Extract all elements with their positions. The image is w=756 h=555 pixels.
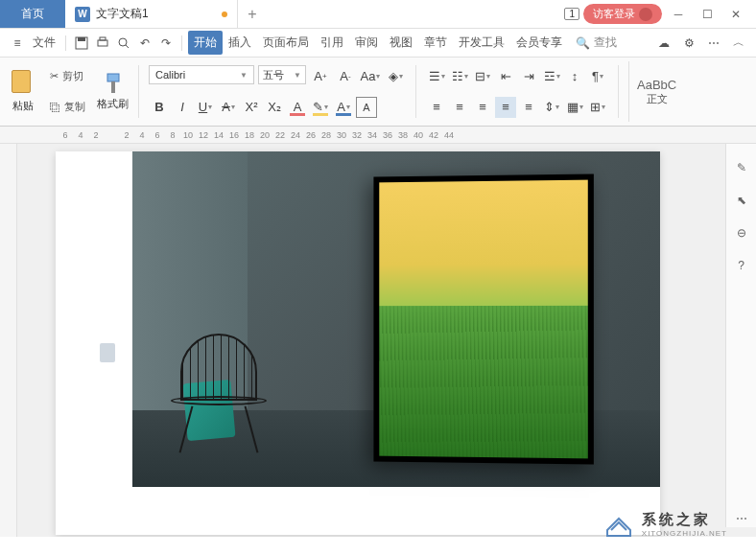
minimize-button[interactable]: ─ xyxy=(666,5,691,24)
tab-references[interactable]: 引用 xyxy=(315,31,349,55)
new-tab-button[interactable]: + xyxy=(238,0,267,28)
copy-button[interactable]: ⿻ 复制 xyxy=(46,98,89,116)
page-options-icon[interactable] xyxy=(100,343,115,362)
clear-format-button[interactable]: ◈▾ xyxy=(385,65,406,86)
clipboard-icon xyxy=(12,70,35,97)
document-tab[interactable]: W 文字文稿1 xyxy=(65,0,238,28)
bullet-list-button[interactable]: ☰▾ xyxy=(426,65,447,86)
align-center-button[interactable]: ≡ xyxy=(449,97,470,118)
brush-icon xyxy=(104,72,123,95)
tab-insert[interactable]: 插入 xyxy=(223,31,257,55)
tab-start[interactable]: 开始 xyxy=(188,31,223,55)
menu-icon[interactable]: ≡ xyxy=(8,34,27,53)
multilevel-list-button[interactable]: ⊟▾ xyxy=(472,65,493,86)
file-menu[interactable]: 文件 xyxy=(29,31,59,55)
align-justify-button[interactable]: ≡ xyxy=(495,97,516,118)
shading-button[interactable]: ▦▾ xyxy=(564,97,585,118)
window-count-badge[interactable]: 1 xyxy=(564,8,579,20)
highlight-button[interactable]: ✎▾ xyxy=(310,97,331,118)
redo-icon[interactable]: ↷ xyxy=(156,34,176,53)
inserted-image[interactable] xyxy=(132,151,660,487)
borders-button[interactable]: ⊞▾ xyxy=(587,97,608,118)
bold-button[interactable]: B xyxy=(149,97,170,118)
strikethrough-button[interactable]: A▾ xyxy=(218,97,239,118)
character-border-button[interactable]: A xyxy=(356,97,377,118)
ruler-tick xyxy=(104,130,119,140)
increase-font-button[interactable]: A+ xyxy=(310,65,331,86)
more-tools-icon[interactable]: ⋯ xyxy=(733,510,750,527)
text-effects-button[interactable]: A xyxy=(287,97,308,118)
font-name-select[interactable]: Calibri ▼ xyxy=(149,65,254,84)
tab-member[interactable]: 会员专享 xyxy=(510,31,568,55)
superscript-button[interactable]: X² xyxy=(241,97,262,118)
decrease-font-button[interactable]: A- xyxy=(335,65,356,86)
font-size-value: 五号 xyxy=(263,68,284,82)
align-left-button[interactable]: ≡ xyxy=(426,97,447,118)
font-name-value: Calibri xyxy=(155,69,185,81)
ruler-tick: 40 xyxy=(411,130,426,140)
tab-sections[interactable]: 章节 xyxy=(418,31,453,55)
number-list-button[interactable]: ☷▾ xyxy=(449,65,470,86)
ruler-tick: 34 xyxy=(365,130,380,140)
svg-rect-1 xyxy=(78,37,85,41)
font-size-select[interactable]: 五号 ▼ xyxy=(258,65,306,84)
ruler-tick: 12 xyxy=(196,130,211,140)
cut-button[interactable]: ✂ 剪切 xyxy=(46,67,89,85)
collapse-ribbon-icon[interactable]: ︿ xyxy=(729,34,748,53)
save-icon[interactable] xyxy=(72,34,91,53)
print-preview-icon[interactable] xyxy=(114,34,133,53)
tab-developer[interactable]: 开发工具 xyxy=(453,31,510,55)
ruler-tick: 20 xyxy=(257,130,272,140)
vertical-scrollbar[interactable] xyxy=(712,144,725,527)
watermark: 系统之家 XITONGZHIJIA.NET xyxy=(603,511,727,538)
paste-button[interactable]: 粘贴 xyxy=(8,68,38,115)
settings-icon[interactable]: ⊖ xyxy=(733,224,750,242)
undo-icon[interactable]: ↶ xyxy=(135,34,154,53)
login-button[interactable]: 访客登录 xyxy=(583,4,662,24)
login-label: 访客登录 xyxy=(593,7,635,21)
show-marks-button[interactable]: ¶▾ xyxy=(587,65,608,86)
ruler-tick: 32 xyxy=(349,130,365,140)
align-right-button[interactable]: ≡ xyxy=(472,97,493,118)
unsaved-indicator-icon xyxy=(222,12,227,17)
share-icon[interactable]: ⚙ xyxy=(679,34,698,53)
vertical-ruler[interactable] xyxy=(0,144,17,537)
home-tab[interactable]: 首页 xyxy=(0,0,65,28)
pencil-icon[interactable]: ✎ xyxy=(733,159,750,176)
document-tab-label: 文字文稿1 xyxy=(96,6,149,22)
ruler-tick: 6 xyxy=(58,130,73,140)
decrease-indent-button[interactable]: ⇤ xyxy=(495,65,516,86)
select-icon[interactable]: ⬉ xyxy=(733,192,750,209)
text-direction-button[interactable]: ☲▾ xyxy=(541,65,562,86)
italic-button[interactable]: I xyxy=(172,97,193,118)
line-spacing-button[interactable]: ⇕▾ xyxy=(541,97,562,118)
close-button[interactable]: ✕ xyxy=(723,5,748,24)
align-distribute-button[interactable]: ≡ xyxy=(518,97,539,118)
print-icon[interactable] xyxy=(93,34,112,53)
tab-page-layout[interactable]: 页面布局 xyxy=(257,31,315,55)
dropdown-icon: ▼ xyxy=(294,71,301,80)
tab-view[interactable]: 视图 xyxy=(384,31,418,55)
more-icon[interactable]: ⋯ xyxy=(704,34,723,53)
document-page[interactable] xyxy=(56,151,660,535)
increase-indent-button[interactable]: ⇥ xyxy=(518,65,539,86)
styles-group[interactable]: AaBbC 正文 xyxy=(628,61,676,122)
paste-label: 粘贴 xyxy=(12,99,34,113)
ruler-tick: 14 xyxy=(211,130,226,140)
horizontal-ruler[interactable]: 6 4 2 2 4 6 8 10 12 14 16 18 20 22 24 26… xyxy=(0,127,756,144)
format-painter-button[interactable]: 格式刷 xyxy=(97,72,129,111)
ruler-tick: 26 xyxy=(303,130,319,140)
sort-button[interactable]: ↕ xyxy=(564,65,585,86)
change-case-button[interactable]: Aa▾ xyxy=(360,65,381,86)
tab-review[interactable]: 审阅 xyxy=(349,31,384,55)
cloud-icon[interactable]: ☁ xyxy=(654,34,673,53)
svg-rect-6 xyxy=(107,74,119,81)
help-icon[interactable]: ? xyxy=(733,257,750,274)
underline-button[interactable]: U▾ xyxy=(195,97,216,118)
svg-line-5 xyxy=(126,45,129,48)
search-box[interactable]: 🔍 查找 xyxy=(570,33,623,53)
watermark-subtitle: XITONGZHIJIA.NET xyxy=(642,529,727,538)
font-color-button[interactable]: A▾ xyxy=(333,97,354,118)
subscript-button[interactable]: X₂ xyxy=(264,97,285,118)
maximize-button[interactable]: ☐ xyxy=(695,5,720,24)
